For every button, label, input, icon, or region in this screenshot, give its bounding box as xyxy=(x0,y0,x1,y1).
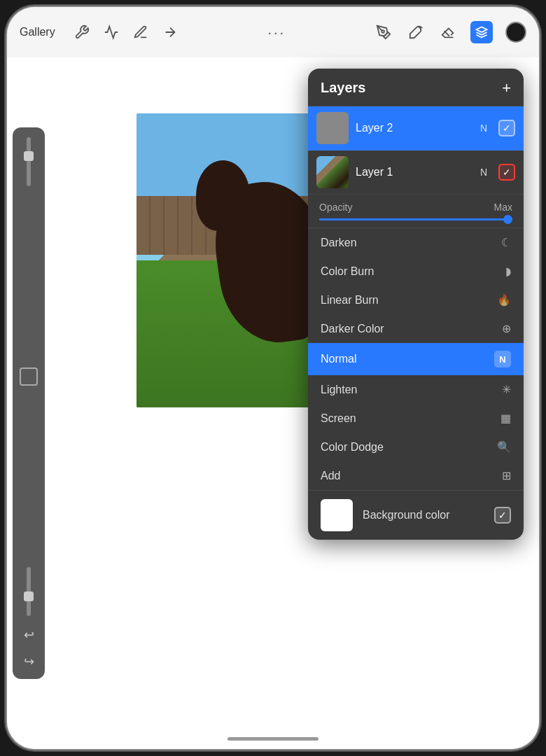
opacity-slider-track[interactable] xyxy=(319,218,512,220)
lighten-icon: ✳ xyxy=(502,383,511,396)
layer-2-name: Layer 2 xyxy=(356,122,473,134)
arrow-icon[interactable] xyxy=(160,22,180,42)
background-color-label: Background color xyxy=(363,509,484,522)
layer-1-name: Layer 1 xyxy=(356,166,473,178)
blend-mode-screen[interactable]: Screen ▦ xyxy=(308,404,524,433)
top-bar-left: Gallery xyxy=(20,22,180,42)
color-burn-icon: ◗ xyxy=(505,265,511,278)
screen-icon: ▦ xyxy=(500,412,511,425)
eraser-icon[interactable] xyxy=(438,22,458,42)
brush-size-slider[interactable] xyxy=(27,137,31,186)
opacity-row: Opacity Max xyxy=(308,195,524,228)
layer-1-mode: N xyxy=(480,167,487,178)
normal-active-badge: N xyxy=(494,351,511,368)
transform-tool[interactable] xyxy=(20,368,38,386)
gallery-button[interactable]: Gallery xyxy=(20,26,55,38)
device-frame: Gallery xyxy=(7,7,539,749)
layers-title: Layers xyxy=(321,80,366,96)
color-picker[interactable] xyxy=(505,22,526,43)
svg-point-1 xyxy=(382,30,384,33)
top-bar-right xyxy=(374,21,526,43)
ink-icon[interactable] xyxy=(406,22,426,42)
toolbar-icons xyxy=(72,22,180,42)
darker-color-icon: ⊕ xyxy=(502,322,511,335)
background-color-row[interactable]: Background color ✓ xyxy=(308,490,524,540)
pen-icon[interactable] xyxy=(374,22,393,42)
opacity-value: Max xyxy=(494,202,512,213)
smudge-icon[interactable] xyxy=(131,22,150,42)
background-color-swatch[interactable] xyxy=(321,499,353,531)
opacity-label: Opacity xyxy=(319,202,352,213)
background-color-visibility[interactable]: ✓ xyxy=(494,507,511,524)
sidebar-bottom: ↩ ↪ xyxy=(24,567,34,669)
layer-1-visibility[interactable]: ✓ xyxy=(498,164,515,181)
top-bar: Gallery xyxy=(7,7,539,57)
layer-2-visibility[interactable]: ✓ xyxy=(498,120,515,136)
layer-item[interactable]: Layer 1 N ✓ xyxy=(308,150,524,195)
blend-mode-add[interactable]: Add ⊞ xyxy=(308,461,524,490)
darken-icon: ☾ xyxy=(501,236,511,249)
blend-modes-list: Darken ☾ Color Burn ◗ Linear Burn 🔥 Dark… xyxy=(308,228,524,490)
more-options-icon[interactable]: ··· xyxy=(268,24,286,41)
layers-header: Layers + xyxy=(308,69,524,106)
left-sidebar: ↩ ↪ xyxy=(13,127,45,679)
blend-mode-color-burn[interactable]: Color Burn ◗ xyxy=(308,257,524,286)
add-layer-button[interactable]: + xyxy=(502,80,511,96)
add-blend-icon: ⊞ xyxy=(502,469,511,482)
layer-item[interactable]: Layer 2 N ✓ xyxy=(308,106,524,150)
redo-button[interactable]: ↪ xyxy=(24,654,34,669)
color-dodge-icon: 🔍 xyxy=(497,440,511,454)
home-indicator xyxy=(227,737,318,741)
blend-mode-linear-burn[interactable]: Linear Burn 🔥 xyxy=(308,286,524,314)
opacity-slider[interactable] xyxy=(27,567,31,616)
svg-marker-2 xyxy=(477,27,487,33)
blend-mode-normal[interactable]: Normal N xyxy=(308,343,524,375)
layer-1-thumbnail xyxy=(316,156,349,188)
layers-panel: Layers + Layer 2 N ✓ Layer 1 N ✓ xyxy=(308,69,524,540)
undo-button[interactable]: ↩ xyxy=(24,627,34,643)
magic-icon[interactable] xyxy=(102,22,121,42)
linear-burn-icon: 🔥 xyxy=(497,293,511,307)
blend-mode-color-dodge[interactable]: Color Dodge 🔍 xyxy=(308,433,524,461)
layer-2-thumbnail xyxy=(316,112,349,144)
blend-mode-darker-color[interactable]: Darker Color ⊕ xyxy=(308,314,524,343)
layer-2-mode: N xyxy=(480,122,487,134)
blend-mode-lighten[interactable]: Lighten ✳ xyxy=(308,375,524,404)
top-bar-center: ··· xyxy=(180,24,374,41)
layers-panel-button[interactable] xyxy=(470,21,493,43)
blend-mode-darken[interactable]: Darken ☾ xyxy=(308,228,524,257)
wrench-icon[interactable] xyxy=(72,22,92,42)
